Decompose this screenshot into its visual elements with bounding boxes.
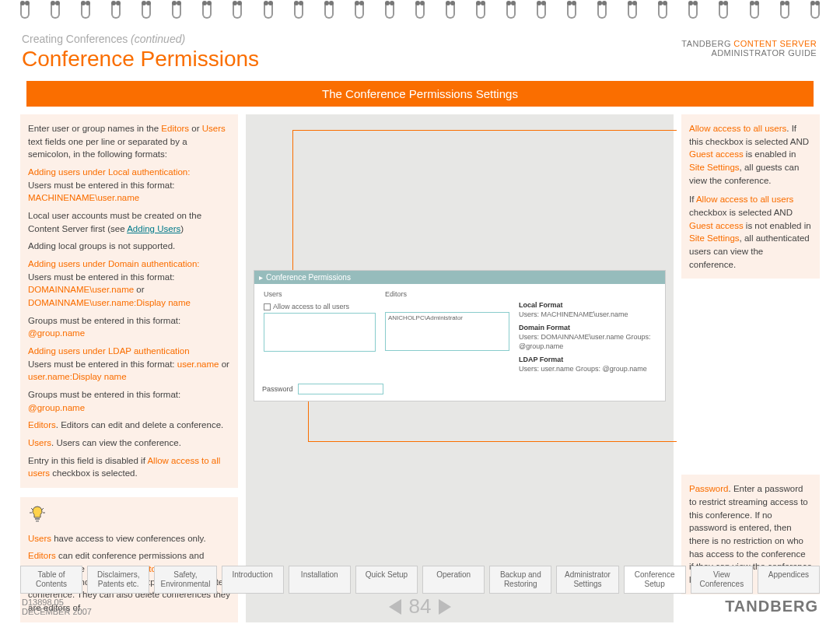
tab-toc[interactable]: Table of Contents: [20, 566, 82, 594]
tab-operation[interactable]: Operation: [422, 566, 485, 594]
tab-quicksetup[interactable]: Quick Setup: [355, 566, 418, 594]
left-column: Enter user or group names in the Editors…: [20, 114, 238, 622]
right-info-box-1: Allow access to all users. If this check…: [681, 114, 820, 279]
tab-appendices[interactable]: Appendices: [758, 566, 820, 594]
screenshot-area: ▸Conference Permissions Users Allow acce…: [246, 114, 674, 622]
page-number: 84: [409, 594, 432, 619]
footer: D13898.05 DECEMBER 2007 84 TANDBERG: [22, 594, 818, 619]
panel-title: Conference Permissions: [266, 273, 351, 282]
password-input[interactable]: [298, 384, 383, 394]
brand-logo: TANDBERG: [553, 598, 818, 615]
lightbulb-icon: [28, 505, 47, 524]
svg-rect-0: [35, 518, 40, 520]
tab-introduction[interactable]: Introduction: [222, 566, 284, 594]
header-right: TANDBERG CONTENT SERVER ADMINISTRATOR GU…: [681, 39, 817, 58]
password-label: Password: [262, 385, 293, 393]
nav-tabs: Table of Contents Disclaimers, Patents e…: [20, 566, 820, 594]
svg-line-5: [42, 508, 44, 510]
tab-backup[interactable]: Backup and Restoring: [489, 566, 551, 594]
tab-safety[interactable]: Safety, Environmental: [154, 566, 216, 594]
next-page-button[interactable]: [439, 599, 451, 615]
tab-disclaimers[interactable]: Disclaimers, Patents etc.: [87, 566, 149, 594]
svg-rect-1: [36, 521, 39, 522]
callout-line: [292, 130, 677, 131]
editors-textarea[interactable]: ANICHOLPC\Administrator: [385, 312, 509, 351]
content: Enter user or group names in the Editors…: [16, 107, 824, 622]
tab-admin[interactable]: Administrator Settings: [556, 566, 618, 594]
screenshot-panel: ▸Conference Permissions Users Allow acce…: [254, 270, 666, 401]
tab-conference-setup[interactable]: Conference Setup: [624, 566, 686, 594]
editors-label: Editors: [385, 290, 509, 298]
section-banner: The Conference Permissions Settings: [26, 81, 814, 107]
doc-number: D13898.05: [22, 598, 287, 607]
page-header: Creating Conferences (continued) Confere…: [16, 19, 824, 107]
page: Creating Conferences (continued) Confere…: [16, 19, 824, 623]
prev-page-button[interactable]: [389, 599, 401, 615]
doc-date: DECEMBER 2007: [22, 607, 287, 616]
tab-viewconf[interactable]: View Conferences: [691, 566, 753, 594]
right-column: Allow access to all users. If this check…: [681, 114, 820, 622]
allow-access-checkbox[interactable]: [264, 303, 271, 310]
users-label: Users: [264, 290, 376, 298]
left-info-box: Enter user or group names in the Editors…: [20, 114, 238, 488]
svg-line-4: [31, 508, 33, 510]
callout-line: [308, 441, 677, 442]
users-textarea[interactable]: [264, 313, 376, 352]
allow-access-label: Allow access to all users: [273, 303, 349, 310]
tab-installation[interactable]: Installation: [289, 566, 351, 594]
adding-users-link[interactable]: Adding Users: [127, 224, 180, 233]
